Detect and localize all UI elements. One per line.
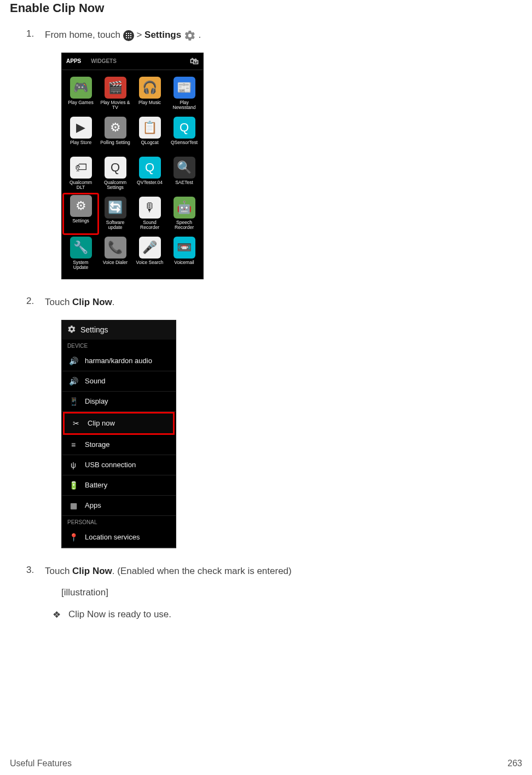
- app-icon: 🔧: [70, 237, 92, 259]
- app-polling-setting[interactable]: ⚙Polling Setting: [99, 114, 132, 153]
- screenshot-apps-grid: APPS WIDGETS 🛍 🎮Play Games🎬Play Movies &…: [61, 53, 204, 279]
- app-play-music[interactable]: 🎧Play Music: [133, 74, 166, 113]
- apps-menu-icon: [123, 30, 134, 41]
- settings-item-icon: ▦: [68, 501, 78, 510]
- step-3: 3. Touch Clip Now. (Enabled when the che…: [26, 565, 522, 621]
- step2-post: .: [112, 297, 115, 307]
- app-label: Speech Recorder: [169, 220, 200, 231]
- settings-item-icon: 📍: [68, 533, 78, 542]
- settings-item-harman-kardon-audio[interactable]: 🔊harman/kardon audio: [62, 351, 176, 371]
- app-qsensortest[interactable]: QQSensorTest: [167, 114, 201, 153]
- step-text: From home, touch > Settings .: [45, 28, 522, 42]
- settings-item-label: harman/kardon audio: [85, 357, 152, 365]
- settings-list: 🔊harman/kardon audio🔊Sound📱Display✂Clip …: [62, 351, 176, 516]
- settings-gear-icon: [184, 30, 196, 42]
- app-qualcomm-dlt[interactable]: 🏷Qualcomm DLT: [64, 154, 97, 193]
- settings-item-icon: 🔋: [68, 481, 78, 490]
- app-speech-recorder[interactable]: 🤖Speech Recorder: [167, 194, 201, 233]
- settings-list-personal: 📍Location services: [62, 527, 176, 548]
- app-icon: 🎬: [105, 77, 126, 99]
- settings-item-usb-connection[interactable]: ψUSB connection: [62, 455, 176, 475]
- app-icon: 🎧: [139, 77, 161, 99]
- app-label: QVTester.04: [137, 180, 163, 191]
- app-icon: Q: [105, 157, 126, 179]
- app-label: Qualcomm DLT: [65, 180, 96, 191]
- settings-item-label: USB connection: [85, 461, 136, 469]
- app-icon: Q: [139, 157, 161, 179]
- settings-item-storage[interactable]: ≡Storage: [62, 435, 176, 455]
- app-play-store[interactable]: ▶Play Store: [64, 114, 97, 153]
- app-icon: 📞: [105, 237, 126, 259]
- app-system-update[interactable]: 🔧System Update: [64, 234, 97, 273]
- result-bullet: ❖ Clip Now is ready to use.: [53, 609, 522, 621]
- step-number: 1.: [26, 28, 45, 39]
- settings-item-display[interactable]: 📱Display: [62, 392, 176, 412]
- settings-item-icon: 🔊: [68, 377, 78, 386]
- play-store-icon[interactable]: 🛍: [190, 56, 199, 66]
- app-icon: ⚙: [105, 117, 126, 139]
- settings-item-clip-now[interactable]: ✂Clip now: [63, 412, 175, 435]
- diamond-bullet-icon: ❖: [53, 609, 61, 621]
- app-saetest[interactable]: 🔍SAETest: [167, 154, 201, 193]
- app-label: Polling Setting: [100, 140, 130, 151]
- app-label: Software update: [100, 220, 131, 231]
- app-qlogcat[interactable]: 📋QLogcat: [133, 114, 166, 153]
- app-icon: 🎤: [139, 237, 161, 259]
- app-icon: 📼: [174, 237, 195, 259]
- app-settings[interactable]: ⚙Settings: [62, 193, 99, 235]
- step-text: Touch Clip Now. (Enabled when the check …: [45, 565, 522, 578]
- step1-pre: From home, touch: [45, 30, 123, 40]
- step2-pre: Touch: [45, 297, 72, 307]
- app-label: QSensorTest: [171, 140, 198, 151]
- settings-item-icon: ✂: [71, 419, 81, 428]
- settings-category-personal: PERSONAL: [62, 516, 176, 527]
- page-footer: Useful Features 263: [10, 759, 522, 768]
- step-1: 1. From home, touch > Settings . APPS WI…: [26, 28, 522, 279]
- app-sound-recorder[interactable]: 🎙Sound Recorder: [133, 194, 166, 233]
- footer-section-name: Useful Features: [10, 759, 72, 768]
- app-voicemail[interactable]: 📼Voicemail: [167, 234, 201, 273]
- app-label: Play Movies & TV: [100, 100, 131, 111]
- tab-widgets[interactable]: WIDGETS: [91, 58, 117, 64]
- screenshot-settings-list: Settings DEVICE 🔊harman/kardon audio🔊Sou…: [61, 320, 176, 548]
- settings-item-icon: 📱: [68, 397, 78, 406]
- app-qualcomm-settings[interactable]: QQualcomm Settings: [99, 154, 132, 193]
- settings-item-apps[interactable]: ▦Apps: [62, 496, 176, 516]
- app-icon: 📋: [139, 117, 161, 139]
- app-icon: ⚙: [70, 195, 92, 217]
- settings-item-sound[interactable]: 🔊Sound: [62, 371, 176, 392]
- settings-item-battery[interactable]: 🔋Battery: [62, 475, 176, 496]
- app-label: Play Newsstand: [169, 100, 200, 111]
- step3-post: . (Enabled when the check mark is entere…: [112, 566, 292, 576]
- settings-header-label: Settings: [80, 325, 108, 334]
- app-play-games[interactable]: 🎮Play Games: [64, 74, 97, 113]
- app-icon: ▶: [70, 117, 92, 139]
- app-qvtester-04[interactable]: QQVTester.04: [133, 154, 166, 193]
- step1-sep: >: [136, 30, 144, 40]
- app-label: Sound Recorder: [134, 220, 165, 231]
- app-label: Voice Dialer: [103, 260, 128, 271]
- step-text: Touch Clip Now.: [45, 296, 522, 309]
- app-grid: 🎮Play Games🎬Play Movies & TV🎧Play Music📰…: [62, 70, 203, 279]
- step-number: 3.: [26, 565, 45, 576]
- settings-item-label: Sound: [85, 377, 106, 385]
- app-play-newsstand[interactable]: 📰Play Newsstand: [167, 74, 201, 113]
- settings-item-icon: ψ: [68, 461, 78, 469]
- app-voice-dialer[interactable]: 📞Voice Dialer: [99, 234, 132, 273]
- app-label: Voice Search: [136, 260, 163, 271]
- app-voice-search[interactable]: 🎤Voice Search: [133, 234, 166, 273]
- app-software-update[interactable]: 🔄Software update: [99, 194, 132, 233]
- step-2: 2. Touch Clip Now. Settings DEVICE 🔊harm…: [26, 296, 522, 548]
- settings-item-location-services[interactable]: 📍Location services: [62, 527, 176, 548]
- step-number: 2.: [26, 296, 45, 307]
- gear-icon: [67, 325, 76, 335]
- app-label: Settings: [72, 219, 89, 229]
- app-play-movies-tv[interactable]: 🎬Play Movies & TV: [99, 74, 132, 113]
- app-label: Qualcomm Settings: [100, 180, 131, 191]
- settings-item-icon: 🔊: [68, 357, 78, 365]
- tab-apps[interactable]: APPS: [66, 58, 81, 64]
- app-icon: 🤖: [174, 197, 195, 219]
- settings-item-label: Storage: [85, 440, 110, 449]
- app-label: Play Store: [70, 140, 91, 151]
- step2-bold: Clip Now: [72, 297, 112, 307]
